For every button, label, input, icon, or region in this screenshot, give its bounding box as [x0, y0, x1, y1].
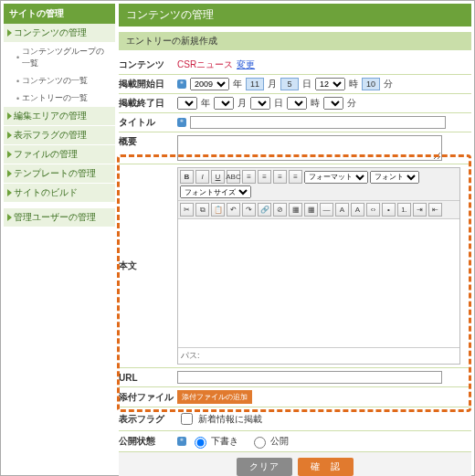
input-title[interactable] [190, 116, 446, 129]
row-pubstart: 掲載開始日 ＊ 2009年 11月 5日 12時 10分 [119, 75, 471, 94]
copy-icon[interactable]: ⧉ [195, 203, 209, 217]
color-icon[interactable]: A [335, 203, 349, 217]
align-left-icon[interactable]: ≡ [242, 170, 256, 184]
pubstart-min[interactable]: 10 [362, 78, 380, 90]
confirm-button[interactable]: 確 認 [298, 458, 354, 476]
align-right-icon[interactable]: ≡ [273, 170, 287, 184]
button-bar: クリア 確 認 [119, 452, 471, 476]
image-icon[interactable]: ▦ [289, 203, 302, 217]
select-fontsize[interactable]: フォントサイズ [180, 185, 251, 198]
label-body: 本文 [119, 259, 174, 272]
source-icon[interactable]: ‹› [366, 203, 380, 217]
row-pubstate: 公開状態 ＊ 下書き 公開 [119, 431, 471, 452]
input-url[interactable] [177, 371, 442, 384]
pubstart-year[interactable]: 2009 [190, 78, 229, 90]
row-attach: 添付ファイル 添付ファイルの追加 [119, 387, 471, 407]
sidebar-item-file[interactable]: ファイルの管理 [4, 145, 115, 164]
contents-change-link[interactable]: 変更 [237, 58, 255, 71]
editor-toolbar-1: B I U ABC ≡ ≡ ≡ ≡ フォーマット フォント フォントサイズ [178, 168, 459, 201]
cut-icon[interactable]: ✂ [180, 203, 194, 217]
indent-icon[interactable]: ⇥ [413, 203, 427, 217]
label-attach: 添付ファイル [119, 391, 174, 404]
required-icon: ＊ [177, 437, 186, 446]
row-summary: 概要 [119, 132, 471, 164]
clear-button[interactable]: クリア [237, 458, 292, 476]
select-font[interactable]: フォント [370, 171, 419, 184]
undo-icon[interactable]: ↶ [227, 203, 240, 217]
sidebar-title: サイトの管理 [4, 4, 115, 24]
sidebar-item-dispflag[interactable]: 表示フラグの管理 [4, 126, 115, 145]
arrow-icon [7, 132, 12, 139]
main: コンテンツの管理 エントリーの新規作成 コンテンツ CSRニュース 変更 掲載開… [119, 4, 471, 472]
input-summary[interactable] [177, 135, 442, 161]
contents-value: CSRニュース [177, 58, 233, 71]
editor-path: パス: [178, 347, 459, 364]
pubend-day[interactable] [250, 97, 270, 110]
radio-draft[interactable]: 下書き [190, 434, 238, 449]
row-contents: コンテンツ CSRニュース 変更 [119, 56, 471, 75]
hr-icon[interactable]: ― [320, 203, 333, 217]
panel-title: エントリーの新規作成 [119, 32, 471, 50]
strike-icon[interactable]: ABC [227, 170, 240, 184]
sidebar-item-editarea[interactable]: 編集エリアの管理 [4, 107, 115, 126]
sidebar-sub-entry-list[interactable]: エントリーの一覧 [4, 90, 115, 107]
required-icon: ＊ [177, 79, 186, 89]
checkbox-new[interactable]: 新着情報に掲載 [177, 410, 262, 428]
sidebar-item-template[interactable]: テンプレートの管理 [4, 164, 115, 184]
pubstart-hour[interactable]: 12 [315, 78, 345, 90]
align-justify-icon[interactable]: ≡ [289, 170, 302, 184]
link-icon[interactable]: 🔗 [258, 203, 271, 217]
sidebar-item-contents[interactable]: コンテンツの管理 [4, 24, 115, 43]
sidebar-item-adminuser[interactable]: 管理ユーザーの管理 [4, 208, 115, 227]
select-format[interactable]: フォーマット [304, 171, 368, 184]
label-summary: 概要 [119, 135, 174, 148]
label-dispflag: 表示フラグ [119, 413, 174, 426]
label-pubend: 掲載終了日 [119, 97, 174, 110]
label-title: タイトル [119, 116, 174, 129]
rich-editor: B I U ABC ≡ ≡ ≡ ≡ フォーマット フォント フォントサイズ ✂ … [177, 167, 460, 365]
pubend-month[interactable] [214, 97, 234, 110]
row-pubend: 掲載終了日 年 月 日 時 分 [119, 94, 471, 113]
pubend-min[interactable] [323, 97, 343, 110]
arrow-icon [7, 112, 12, 120]
required-icon: ＊ [177, 118, 186, 127]
pubstart-day[interactable]: 5 [280, 78, 299, 90]
editor-toolbar-2: ✂ ⧉ 📋 ↶ ↷ 🔗 ⊘ ▦ ▦ ― A A ‹› • 1. ⇥ ⇤ [178, 201, 459, 219]
sidebar: サイトの管理 コンテンツの管理 コンテンツグループの一覧 コンテンツの一覧 エン… [4, 4, 115, 472]
arrow-icon [7, 214, 12, 221]
pubend-year[interactable] [177, 97, 197, 110]
pubend-hour[interactable] [287, 97, 307, 110]
row-dispflag: 表示フラグ 新着情報に掲載 [119, 407, 471, 431]
arrow-icon [7, 151, 12, 158]
sidebar-sub-content-groups[interactable]: コンテンツグループの一覧 [4, 43, 115, 72]
table-icon[interactable]: ▦ [304, 203, 318, 217]
list-ul-icon[interactable]: • [382, 203, 396, 217]
row-body: 本文 B I U ABC ≡ ≡ ≡ ≡ フォーマット フォント フォントサイズ… [119, 164, 471, 368]
align-center-icon[interactable]: ≡ [258, 170, 271, 184]
italic-icon[interactable]: I [195, 170, 209, 184]
bold-icon[interactable]: B [180, 170, 194, 184]
underline-icon[interactable]: U [211, 170, 225, 184]
bgcolor-icon[interactable]: A [351, 203, 364, 217]
label-pubstart: 掲載開始日 [119, 78, 174, 90]
label-pubstate: 公開状態 [119, 435, 174, 448]
paste-icon[interactable]: 📋 [211, 203, 225, 217]
add-attachment-button[interactable]: 添付ファイルの追加 [177, 390, 252, 404]
arrow-icon [7, 170, 12, 177]
redo-icon[interactable]: ↷ [242, 203, 256, 217]
label-contents: コンテンツ [119, 58, 174, 71]
sidebar-item-build[interactable]: サイトのビルド [4, 184, 115, 203]
pubstart-month[interactable]: 11 [246, 78, 264, 90]
sidebar-sub-content-list[interactable]: コンテンツの一覧 [4, 72, 115, 90]
row-url: URL [119, 368, 471, 387]
arrow-icon [7, 189, 12, 196]
outdent-icon[interactable]: ⇤ [428, 203, 442, 217]
unlink-icon[interactable]: ⊘ [273, 203, 287, 217]
radio-publish[interactable]: 公開 [249, 434, 289, 449]
page-title: コンテンツの管理 [119, 4, 471, 26]
list-ol-icon[interactable]: 1. [397, 203, 411, 217]
arrow-icon [7, 29, 12, 37]
row-title: タイトル ＊ [119, 113, 471, 132]
editor-textarea[interactable] [178, 219, 459, 347]
label-url: URL [119, 373, 174, 383]
